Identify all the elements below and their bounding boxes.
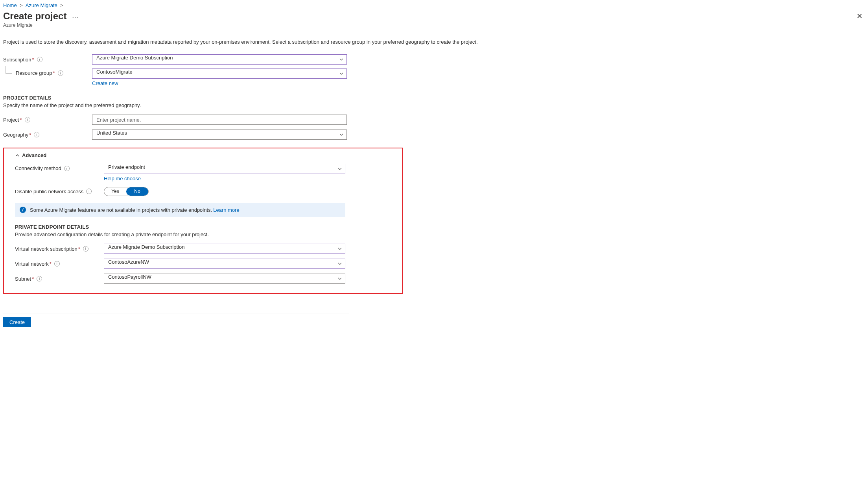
advanced-toggle[interactable]: Advanced xyxy=(15,152,391,158)
advanced-label: Advanced xyxy=(22,152,46,158)
label-resource-group: Resource group xyxy=(16,70,52,76)
info-icon[interactable]: i xyxy=(54,261,60,266)
info-icon[interactable]: i xyxy=(34,132,39,137)
page-title: Create project xyxy=(3,11,66,22)
required-icon: * xyxy=(20,117,22,123)
create-button[interactable]: Create xyxy=(3,317,31,327)
close-icon[interactable]: ✕ xyxy=(854,11,865,21)
learn-more-link[interactable]: Learn more xyxy=(213,207,239,213)
label-subscription: Subscription xyxy=(3,57,31,63)
chevron-up-icon xyxy=(15,153,20,158)
subscription-select[interactable]: Azure Migrate Demo Subscription xyxy=(92,54,347,65)
vnet-subscription-select[interactable]: Azure Migrate Demo Subscription xyxy=(104,244,345,254)
info-icon[interactable]: i xyxy=(37,276,42,281)
section-pe-details-desc: Provide advanced configuration details f… xyxy=(15,231,391,237)
info-banner-text: Some Azure Migrate features are not avai… xyxy=(30,207,212,213)
breadcrumb: Home > Azure Migrate > xyxy=(3,2,865,8)
label-vnet: Virtual network xyxy=(15,261,49,267)
toggle-no[interactable]: No xyxy=(126,187,148,196)
create-new-link[interactable]: Create new xyxy=(92,80,348,86)
breadcrumb-home[interactable]: Home xyxy=(3,2,17,8)
chevron-right-icon: > xyxy=(20,2,23,8)
subnet-select[interactable]: ContosoPayrollNW xyxy=(104,274,345,284)
page-subtitle: Azure Migrate xyxy=(3,22,865,28)
label-connectivity: Connectivity method xyxy=(15,165,61,171)
required-icon: * xyxy=(53,70,55,76)
info-icon-solid: i xyxy=(20,207,26,213)
section-pe-details: PRIVATE ENDPOINT DETAILS xyxy=(15,224,391,230)
info-icon[interactable]: i xyxy=(37,57,42,62)
label-vnet-sub: Virtual network subscription xyxy=(15,246,77,252)
required-icon: * xyxy=(32,57,34,63)
section-project-details-desc: Specify the name of the project and the … xyxy=(3,102,349,108)
info-icon[interactable]: i xyxy=(64,166,70,171)
required-icon: * xyxy=(32,276,34,282)
required-icon: * xyxy=(29,132,31,138)
info-icon[interactable]: i xyxy=(83,246,88,252)
info-icon[interactable]: i xyxy=(25,117,30,122)
resource-group-select[interactable]: ContosoMigrate xyxy=(92,68,347,79)
connectivity-select[interactable]: Private endpoint xyxy=(104,164,345,174)
help-me-choose-link[interactable]: Help me choose xyxy=(104,176,345,181)
chevron-right-icon: > xyxy=(60,2,63,8)
breadcrumb-azure-migrate[interactable]: Azure Migrate xyxy=(26,2,57,8)
info-icon[interactable]: i xyxy=(86,189,92,194)
label-geography: Geography xyxy=(3,132,28,138)
more-options-icon[interactable]: ⋯ xyxy=(72,14,78,20)
label-project: Project xyxy=(3,117,19,123)
required-icon: * xyxy=(50,261,52,267)
geography-select[interactable]: United States xyxy=(92,130,347,140)
vnet-select[interactable]: ContosoAzureNW xyxy=(104,259,345,269)
label-disable-public: Disable public network access xyxy=(15,189,83,194)
label-subnet: Subnet xyxy=(15,276,31,282)
info-icon[interactable]: i xyxy=(58,70,63,76)
intro-text: Project is used to store the discovery, … xyxy=(3,39,865,45)
section-project-details: PROJECT DETAILS xyxy=(3,95,349,101)
required-icon: * xyxy=(78,246,80,252)
project-input[interactable] xyxy=(92,115,347,125)
toggle-yes[interactable]: Yes xyxy=(104,187,126,196)
info-banner: i Some Azure Migrate features are not av… xyxy=(15,203,345,217)
disable-public-toggle[interactable]: Yes No xyxy=(104,187,149,196)
